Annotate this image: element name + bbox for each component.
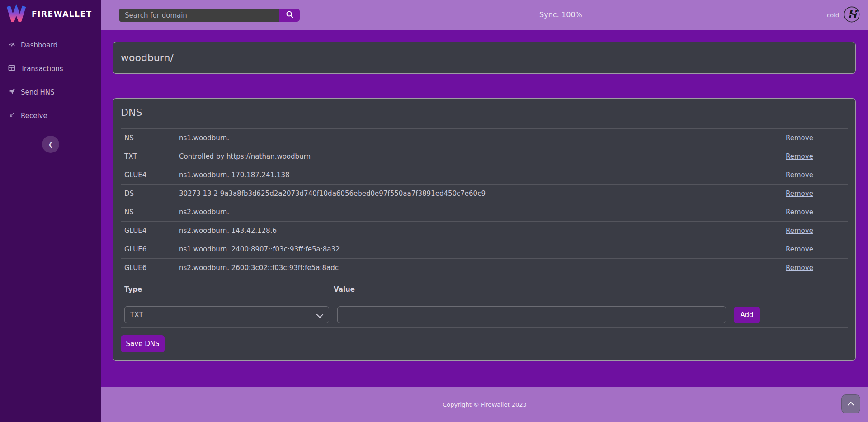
table-row: GLUE4 ns2.woodburn. 143.42.128.6 Remove xyxy=(121,222,848,240)
sidebar-item[interactable]: Receive xyxy=(0,104,101,128)
remove-link[interactable]: Remove xyxy=(786,264,813,272)
table-row: TXT Controlled by https://nathan.woodbur… xyxy=(121,147,848,166)
paper-plane-icon xyxy=(8,87,16,97)
search-icon xyxy=(286,10,294,20)
wallet-name: cold xyxy=(827,12,839,19)
record-type: GLUE6 xyxy=(121,264,179,272)
handshake-logo-icon: H xyxy=(843,6,860,25)
sidebar-item[interactable]: Transactions xyxy=(0,57,101,81)
record-type: NS xyxy=(121,208,179,216)
table-row: NS ns1.woodburn. Remove xyxy=(121,129,848,147)
dns-card: DNS NS ns1.woodburn. Remove TXT Controll… xyxy=(113,98,856,361)
main-area: Sync: 100% cold H woodburn/ DNS NS xyxy=(101,0,868,422)
remove-link[interactable]: Remove xyxy=(786,190,813,198)
add-record-button[interactable]: Add xyxy=(734,307,760,323)
dns-save-row: Save DNS xyxy=(121,328,848,352)
table-row: GLUE6 ns2.woodburn. 2600:3c02::f03c:93ff… xyxy=(121,259,848,277)
table-row: GLUE6 ns1.woodburn. 2400:8907::f03c:93ff… xyxy=(121,240,848,259)
record-value: ns2.woodburn. 2600:3c02::f03c:93ff:fe5a:… xyxy=(179,264,786,272)
arrow-down-left-icon xyxy=(8,111,16,121)
dns-add-row: TXT Add xyxy=(121,302,848,328)
remove-link[interactable]: Remove xyxy=(786,152,813,161)
record-value: 30273 13 2 9a3a8fb3d625d2a2073d740f10da6… xyxy=(179,190,786,198)
footer: Copyright © FireWallet 2023 xyxy=(101,387,868,422)
brand-name: FIREWALLET xyxy=(32,9,92,19)
record-type: NS xyxy=(121,134,179,142)
record-value-input[interactable] xyxy=(337,306,726,323)
copyright-text: Copyright © FireWallet 2023 xyxy=(443,401,527,408)
record-value: ns1.woodburn. 2400:8907::f03c:93ff:fe5a:… xyxy=(179,245,786,253)
sidebar: FIREWALLET Dashboard Transactions Send H… xyxy=(0,0,101,422)
sidebar-collapse-button[interactable]: ❮ xyxy=(42,136,59,153)
wallet-indicator[interactable]: cold H xyxy=(827,0,860,30)
record-value: Controlled by https://nathan.woodburn xyxy=(179,152,786,161)
chevron-up-icon xyxy=(848,402,854,408)
save-dns-button[interactable]: Save DNS xyxy=(121,335,165,352)
domain-card: woodburn/ xyxy=(113,42,856,74)
record-value: ns2.woodburn. xyxy=(179,208,786,216)
sidebar-item[interactable]: Dashboard xyxy=(0,33,101,57)
domain-search xyxy=(119,9,300,22)
sidebar-item-label: Send HNS xyxy=(21,88,55,96)
page-title: woodburn/ xyxy=(121,52,174,63)
sidebar-nav: Dashboard Transactions Send HNS Receive xyxy=(0,33,101,128)
sync-status: Sync: 100% xyxy=(539,10,582,19)
remove-link[interactable]: Remove xyxy=(786,171,813,179)
remove-link[interactable]: Remove xyxy=(786,208,813,216)
remove-link[interactable]: Remove xyxy=(786,134,813,142)
firewallet-logo-icon xyxy=(6,4,26,24)
table-row: DS 30273 13 2 9a3a8fb3d625d2a2073d740f10… xyxy=(121,185,848,203)
topbar: Sync: 100% cold H xyxy=(101,0,868,30)
sidebar-item[interactable]: Send HNS xyxy=(0,81,101,104)
table-row: GLUE4 ns1.woodburn. 170.187.241.138 Remo… xyxy=(121,166,848,185)
gauge-icon xyxy=(8,40,16,50)
remove-link[interactable]: Remove xyxy=(786,245,813,253)
record-type: GLUE4 xyxy=(121,171,179,179)
sidebar-item-label: Dashboard xyxy=(21,41,57,49)
record-value: ns2.woodburn. 143.42.128.6 xyxy=(179,227,786,235)
chevron-left-icon: ❮ xyxy=(48,141,53,148)
page-content: woodburn/ DNS NS ns1.woodburn. Remove TX… xyxy=(101,30,868,387)
record-type: TXT xyxy=(121,152,179,161)
value-column-header: Value xyxy=(334,285,848,294)
search-button[interactable] xyxy=(279,9,300,22)
record-type-select-wrap: TXT xyxy=(124,306,329,323)
type-column-header: Type xyxy=(121,285,334,294)
search-input[interactable] xyxy=(119,9,279,22)
record-type: DS xyxy=(121,190,179,198)
sidebar-item-label: Transactions xyxy=(21,65,63,73)
table-icon xyxy=(8,64,16,74)
record-value: ns1.woodburn. 170.187.241.138 xyxy=(179,171,786,179)
dns-section-title: DNS xyxy=(121,107,848,118)
dns-form-header: Type Value xyxy=(121,277,848,302)
dns-table: NS ns1.woodburn. Remove TXT Controlled b… xyxy=(121,128,848,277)
record-value: ns1.woodburn. xyxy=(179,134,786,142)
record-type: GLUE6 xyxy=(121,245,179,253)
record-type: GLUE4 xyxy=(121,227,179,235)
table-row: NS ns2.woodburn. Remove xyxy=(121,203,848,222)
scroll-to-top-button[interactable] xyxy=(841,394,860,413)
record-type-select[interactable]: TXT xyxy=(124,306,329,323)
brand[interactable]: FIREWALLET xyxy=(0,0,101,27)
remove-link[interactable]: Remove xyxy=(786,227,813,235)
sidebar-item-label: Receive xyxy=(21,112,47,120)
